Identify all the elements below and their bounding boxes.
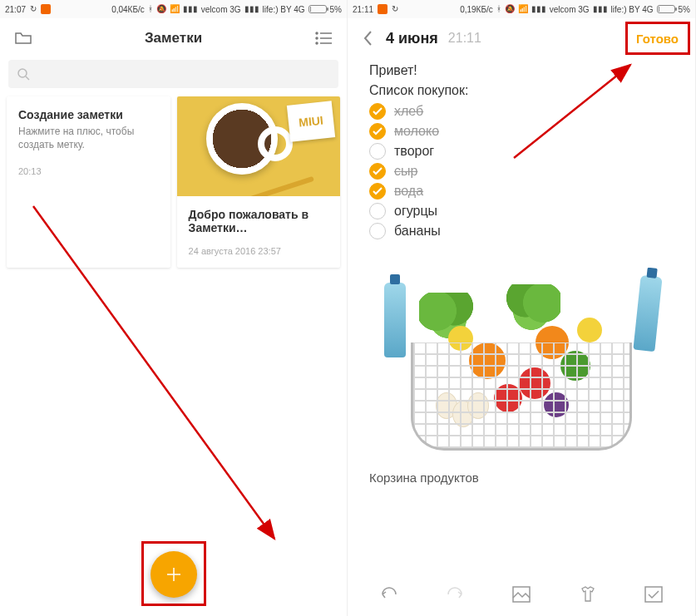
checkbox-checked-icon[interactable] [369, 103, 386, 120]
checklist-item[interactable]: огурцы [369, 203, 674, 219]
add-note-fab[interactable] [151, 551, 197, 598]
status-time: 21:11 [353, 5, 373, 14]
search-wrap [0, 58, 347, 96]
checklist-item[interactable]: бананы [369, 223, 674, 239]
status-bar: 21:07 ↻ 0,04КБ/с ᚼ 🔕 📶 ▮▮▮ velcom 3G ▮▮▮… [0, 0, 347, 18]
checklist-item-label: хлеб [394, 104, 423, 119]
battery-percent: 5% [330, 5, 342, 14]
status-bar: 21:11 ↻ 0,19КБ/с ᚼ 🔕 📶 ▮▮▮ velcom 3G ▮▮▮… [348, 0, 695, 18]
checklist-button[interactable] [641, 582, 666, 607]
chevron-left-icon [363, 30, 373, 47]
status-time: 21:07 [5, 5, 26, 14]
image-icon [512, 586, 531, 603]
checkbox-unchecked-icon[interactable] [369, 223, 386, 239]
note-date: 4 июня [386, 30, 438, 47]
checklist-item-label: вода [394, 184, 423, 199]
bluetooth-icon: ᚼ [148, 5, 153, 13]
checklist-item[interactable]: хлеб [369, 103, 674, 120]
battery-icon [309, 5, 327, 13]
note-text-line: Привет! [369, 63, 674, 78]
carrier-label-2: life:) BY 4G [611, 5, 654, 14]
note-card-title: Добро пожаловать в Заметки… [189, 208, 328, 234]
annotation-highlight-done [625, 22, 690, 55]
checkbox-checked-icon[interactable] [369, 123, 386, 140]
back-button[interactable] [356, 27, 379, 50]
checklist-item[interactable]: вода [369, 183, 674, 200]
svg-point-6 [18, 69, 27, 77]
note-card-time: 20:13 [18, 166, 159, 176]
note-editor-screen: 21:11 ↻ 0,19КБ/с ᚼ 🔕 📶 ▮▮▮ velcom 3G ▮▮▮… [348, 0, 696, 616]
signal-icon: ▮▮▮ [531, 5, 546, 13]
tag-button[interactable] [575, 582, 600, 607]
search-icon [17, 67, 30, 81]
wifi-icon: 📶 [170, 5, 180, 13]
folder-icon[interactable] [12, 27, 35, 50]
wifi-icon: 📶 [518, 5, 528, 13]
checklist-item-label: творог [394, 144, 434, 159]
carrier-label-2: life:) BY 4G [263, 5, 305, 14]
checklist-item[interactable]: сыр [369, 163, 674, 180]
checklist-item[interactable]: творог [369, 143, 674, 160]
svg-point-4 [316, 42, 318, 44]
signal-icon: ▮▮▮ [183, 5, 198, 13]
sync-icon: ↻ [30, 5, 37, 13]
checklist-item-label: огурцы [394, 204, 437, 219]
checklist-item-label: сыр [394, 164, 417, 179]
search-input[interactable] [8, 60, 338, 88]
signal-icon-2: ▮▮▮ [593, 5, 608, 13]
traffic-indicator: 0,19КБ/с [460, 5, 493, 14]
svg-line-7 [26, 76, 29, 80]
battery-icon [657, 5, 675, 13]
checklist-item[interactable]: молоко [369, 123, 674, 140]
attached-image[interactable] [369, 268, 674, 459]
undo-icon [379, 587, 399, 602]
image-caption[interactable]: Корзина продуктов [348, 469, 695, 535]
mute-icon: 🔕 [505, 5, 515, 13]
checkbox-unchecked-icon[interactable] [369, 143, 386, 160]
note-text-line: Список покупок: [369, 83, 674, 98]
mute-icon: 🔕 [156, 5, 166, 13]
redo-button[interactable] [442, 582, 467, 607]
sync-icon: ↻ [392, 5, 398, 13]
note-card-subtitle: Нажмите на плюс, чтобы создать метку. [18, 125, 159, 151]
app-indicator-icon [378, 4, 387, 14]
carrier-label-1: velcom 3G [201, 5, 241, 14]
checklist-icon [644, 586, 663, 603]
image-button[interactable] [509, 582, 534, 607]
carrier-label-1: velcom 3G [550, 5, 590, 14]
notes-list-screen: 21:07 ↻ 0,04КБ/с ᚼ 🔕 📶 ▮▮▮ velcom 3G ▮▮▮… [0, 0, 348, 616]
shirt-icon [579, 585, 597, 604]
notes-grid: Создание заметки Нажмите на плюс, чтобы … [0, 96, 347, 268]
note-card-time: 24 августа 2016 23:57 [189, 246, 328, 256]
note-card[interactable]: MIUI Добро пожаловать в Заметки… 24 авгу… [177, 96, 340, 268]
checkbox-checked-icon[interactable] [369, 183, 386, 200]
svg-rect-10 [645, 587, 662, 602]
checklist: хлебмолокотворогсырводаогурцыбананы [369, 103, 674, 239]
note-card-title: Создание заметки [18, 108, 159, 121]
traffic-indicator: 0,04КБ/с [111, 5, 145, 14]
plus-icon [164, 564, 184, 584]
checkbox-checked-icon[interactable] [369, 163, 386, 180]
miui-label: MIUI [287, 101, 335, 141]
undo-button[interactable] [377, 582, 402, 607]
redo-icon [445, 587, 465, 602]
bluetooth-icon: ᚼ [496, 5, 501, 13]
note-time: 21:11 [448, 31, 481, 46]
app-indicator-icon [41, 4, 51, 14]
svg-point-0 [316, 32, 318, 34]
note-content[interactable]: Привет! Список покупок: хлебмолокотворог… [348, 58, 695, 243]
notes-header: Заметки [0, 18, 347, 58]
welcome-illustration: MIUI [177, 96, 340, 196]
checklist-item-label: бананы [394, 224, 441, 239]
checklist-item-label: молоко [394, 124, 439, 139]
battery-percent: 5% [679, 5, 690, 14]
list-view-icon[interactable] [312, 27, 335, 50]
page-title: Заметки [35, 30, 312, 47]
editor-toolbar [348, 573, 695, 616]
note-card[interactable]: Создание заметки Нажмите на плюс, чтобы … [7, 96, 170, 268]
svg-point-2 [316, 37, 318, 39]
checkbox-unchecked-icon[interactable] [369, 203, 386, 219]
signal-icon-2: ▮▮▮ [244, 5, 259, 13]
